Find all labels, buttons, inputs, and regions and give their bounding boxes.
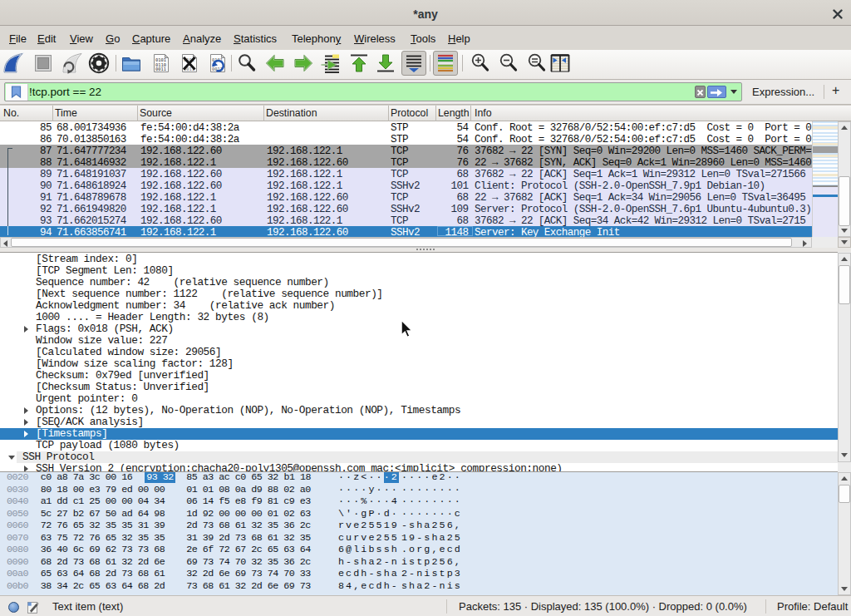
- svg-text:0011: 0011: [155, 67, 166, 71]
